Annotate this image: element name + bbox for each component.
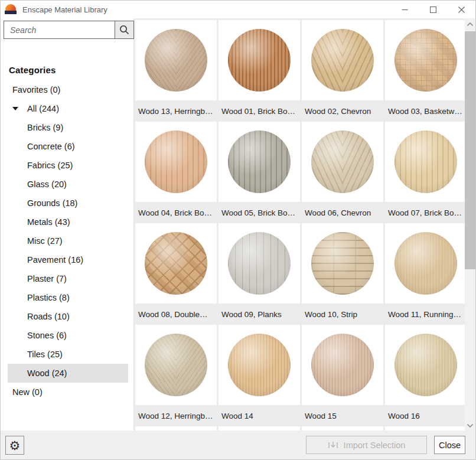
sidebar-item-wood[interactable]: Wood (24) bbox=[8, 364, 128, 383]
material-label: Wood 08, Double… bbox=[135, 304, 217, 325]
material-tile[interactable] bbox=[135, 122, 217, 202]
material-label: Wood 09, Planks bbox=[219, 304, 300, 325]
window-title: Enscape Material Library bbox=[22, 5, 107, 14]
scrollbar-thumb[interactable] bbox=[465, 31, 475, 269]
import-selection-button[interactable]: Import Selection bbox=[306, 436, 427, 454]
sidebar-item-stones[interactable]: Stones (6) bbox=[1, 326, 133, 345]
sidebar-item-tiles[interactable]: Tiles (25) bbox=[1, 345, 133, 364]
import-download-icon bbox=[328, 441, 338, 450]
material-sphere bbox=[395, 232, 457, 295]
material-sphere bbox=[228, 232, 291, 295]
sidebar-item-new[interactable]: New (0) bbox=[1, 383, 133, 402]
material-tile[interactable] bbox=[302, 325, 383, 405]
material-sphere bbox=[145, 29, 207, 92]
material-sphere bbox=[228, 29, 291, 92]
footer-bar: ⚙ Import Selection Close bbox=[1, 430, 475, 459]
sidebar-item-label: Roads (10) bbox=[27, 312, 70, 321]
material-cell: Wood 14 bbox=[219, 325, 300, 426]
sidebar-item-grounds[interactable]: Grounds (18) bbox=[1, 194, 133, 213]
material-sphere bbox=[395, 29, 457, 92]
material-tile[interactable] bbox=[219, 20, 300, 100]
scroll-up-icon[interactable] bbox=[465, 18, 475, 30]
material-label: Wood 01, Brick Bo… bbox=[219, 100, 300, 122]
sidebar: Categories Favorites (0)All (244)Bricks … bbox=[1, 18, 134, 432]
material-sphere bbox=[145, 334, 207, 396]
material-cell: Wood 11, Running… bbox=[385, 223, 466, 325]
sidebar-item-pavement[interactable]: Pavement (16) bbox=[1, 250, 133, 269]
close-button[interactable]: Close bbox=[434, 436, 465, 454]
sidebar-item-plaster[interactable]: Plaster (7) bbox=[1, 269, 133, 288]
maximize-icon[interactable] bbox=[419, 1, 447, 18]
sidebar-item-fabrics[interactable]: Fabrics (25) bbox=[1, 156, 133, 175]
search-input[interactable] bbox=[4, 21, 115, 39]
material-label: Wood 16 bbox=[385, 405, 466, 426]
material-tile[interactable] bbox=[219, 325, 300, 405]
search-button[interactable] bbox=[115, 21, 134, 39]
material-sphere bbox=[311, 29, 374, 92]
sidebar-item-glass[interactable]: Glass (20) bbox=[1, 175, 133, 194]
material-tile[interactable] bbox=[385, 20, 466, 100]
expand-arrow-icon[interactable] bbox=[12, 107, 18, 110]
sidebar-item-bricks[interactable]: Bricks (9) bbox=[1, 118, 133, 137]
material-tile[interactable] bbox=[385, 325, 466, 405]
material-tile[interactable] bbox=[302, 20, 383, 100]
sidebar-item-label: Tiles (25) bbox=[27, 350, 63, 359]
material-cell: Wood 16 bbox=[385, 325, 466, 426]
sidebar-item-concrete[interactable]: Concrete (6) bbox=[1, 137, 133, 156]
material-label: Wood 15 bbox=[302, 405, 383, 426]
material-cell: Wood 06, Chevron bbox=[302, 122, 383, 223]
material-cell: Wood 09, Planks bbox=[219, 223, 300, 325]
material-tile[interactable] bbox=[302, 223, 383, 304]
material-library-window: Enscape Material Library Categories Favo… bbox=[0, 0, 476, 460]
sidebar-item-label: Bricks (9) bbox=[27, 123, 63, 132]
material-sphere bbox=[311, 131, 374, 193]
materials-pane: Wodo 13, Herringb…Wood 01, Brick Bo…Wood… bbox=[134, 18, 466, 432]
material-cell: Wodo 13, Herringb… bbox=[135, 20, 217, 122]
material-label: Wood 06, Chevron bbox=[302, 202, 383, 223]
minimize-icon[interactable] bbox=[390, 1, 419, 18]
sidebar-item-all[interactable]: All (244) bbox=[1, 99, 133, 118]
material-tile[interactable] bbox=[135, 325, 217, 405]
close-icon[interactable] bbox=[447, 1, 475, 18]
material-tile[interactable] bbox=[385, 122, 466, 202]
material-tile[interactable] bbox=[135, 223, 217, 304]
material-label: Wood 07, Brick Bo… bbox=[385, 202, 466, 223]
sidebar-item-roads[interactable]: Roads (10) bbox=[1, 307, 133, 326]
material-cell: Wood 12, Herringb… bbox=[135, 325, 217, 426]
material-tile[interactable] bbox=[135, 20, 217, 100]
sidebar-item-label: Glass (20) bbox=[27, 180, 67, 189]
material-label: Wood 02, Chevron bbox=[302, 100, 383, 122]
material-label: Wood 03, Basketw… bbox=[385, 100, 466, 122]
material-cell: Wood 04, Brick Bo… bbox=[135, 122, 217, 223]
sidebar-item-label: All (244) bbox=[27, 104, 59, 113]
sidebar-item-favorites[interactable]: Favorites (0) bbox=[1, 80, 133, 99]
material-sphere bbox=[228, 131, 291, 193]
material-label: Wodo 13, Herringb… bbox=[135, 100, 217, 122]
material-cell: Wood 10, Strip bbox=[302, 223, 383, 325]
sidebar-item-label: New (0) bbox=[12, 387, 43, 397]
material-label: Wood 14 bbox=[219, 405, 300, 426]
material-tile[interactable] bbox=[219, 223, 300, 304]
material-cell: Wood 07, Brick Bo… bbox=[385, 122, 466, 223]
sidebar-item-label: Grounds (18) bbox=[27, 198, 77, 208]
sidebar-item-metals[interactable]: Metals (43) bbox=[1, 213, 133, 231]
settings-button[interactable]: ⚙ bbox=[5, 436, 24, 455]
sidebar-item-plastics[interactable]: Plastics (8) bbox=[1, 288, 133, 307]
sidebar-item-label: Metals (43) bbox=[27, 217, 70, 227]
material-tile[interactable] bbox=[219, 122, 300, 202]
material-tile[interactable] bbox=[385, 223, 466, 304]
material-label: Wood 11, Running… bbox=[385, 304, 466, 325]
sidebar-item-misc[interactable]: Misc (27) bbox=[1, 231, 133, 250]
titlebar: Enscape Material Library bbox=[1, 1, 475, 18]
materials-grid: Wodo 13, Herringb…Wood 01, Brick Bo…Wood… bbox=[135, 20, 466, 432]
material-sphere bbox=[395, 334, 457, 396]
scroll-down-icon[interactable] bbox=[465, 420, 475, 432]
scrollbar[interactable] bbox=[465, 18, 475, 432]
material-tile[interactable] bbox=[302, 122, 383, 202]
sidebar-item-label: Favorites (0) bbox=[12, 85, 60, 94]
sidebar-item-label: Concrete (6) bbox=[27, 142, 75, 151]
material-sphere bbox=[395, 131, 457, 193]
sidebar-item-label: Wood (24) bbox=[27, 368, 67, 378]
material-cell: Wood 03, Basketw… bbox=[385, 20, 466, 122]
material-label: Wood 05, Brick Bo… bbox=[219, 202, 300, 223]
